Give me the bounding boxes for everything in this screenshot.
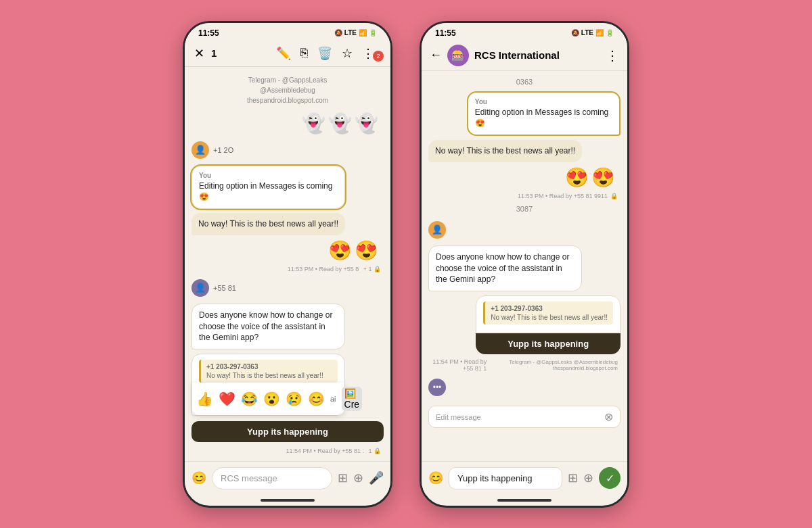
battery-icon-r: 🔋 xyxy=(606,29,614,37)
star-icon[interactable]: ☆ xyxy=(342,46,353,61)
read-status-2: 11:54 PM • Read by +55 81 1 Telegram - @… xyxy=(428,358,621,372)
edit-icon[interactable]: ✏️ xyxy=(276,46,291,61)
signal-icon-r: 🔕 xyxy=(571,29,579,37)
selection-count: 1 xyxy=(211,47,269,59)
rcs-title: RCS International xyxy=(474,49,600,61)
gemini-text-right: Does anyone know how to change or choose… xyxy=(436,251,574,285)
bubble-you-label-right: You xyxy=(475,98,612,105)
emoji-smile[interactable]: 😊 xyxy=(308,391,325,407)
edit-label: Edit message xyxy=(436,413,481,421)
wifi-icon-r: 📶 xyxy=(595,29,604,37)
edit-message-bar[interactable]: Edit message ⊗ xyxy=(428,406,621,428)
chat-content-left: Telegram - @GappsLeaks @Assembledebug th… xyxy=(185,67,390,461)
dark-bar-left: Yupp its happening xyxy=(191,421,384,442)
bubble-you-left[interactable]: You Editing option in Messages is coming… xyxy=(191,166,345,210)
group-avatar-5581: 👤 xyxy=(191,279,209,297)
emoji-create[interactable]: 🖼️ Cre xyxy=(342,387,363,411)
send-button[interactable]: ✓ xyxy=(599,467,621,489)
timestamp-2-left: 11:54 PM • Read by +55 81 : 1 🔒 xyxy=(191,448,384,454)
group-avatar-20: 👤 xyxy=(191,141,209,159)
input-bar-left: 😊 RCS message ⊞ ⊕ 🎤 xyxy=(185,461,390,495)
left-phone: 11:55 🔕 LTE 📶 🔋 ✕ 1 ✏️ ⎘ 🗑️ ☆ ⋮ 2 Telegr… xyxy=(183,21,392,508)
gemini-text-left: Does anyone know how to change or choose… xyxy=(199,310,338,343)
no-way-text: No way! This is the best news all year!! xyxy=(198,219,338,229)
group-label-3087: 👤 xyxy=(428,221,621,239)
more-menu-icon[interactable]: ⋮ xyxy=(606,47,619,64)
home-bar-right xyxy=(497,499,551,502)
bubble-you-text-left: Editing option in Messages is coming😍 xyxy=(199,181,338,203)
status-icons-left: 🔕 LTE 📶 🔋 xyxy=(334,29,377,37)
badge: 2 xyxy=(373,51,384,62)
copy-icon[interactable]: ⎘ xyxy=(300,46,308,61)
edit-close-button[interactable]: ⊗ xyxy=(604,410,613,423)
bubble-gemini-right: Does anyone know how to change or choose… xyxy=(428,245,582,291)
status-time-left: 11:55 xyxy=(198,28,219,38)
attach-icon[interactable]: ⊞ xyxy=(338,471,348,485)
wifi-icon: 📶 xyxy=(359,29,367,37)
num-label-363: 0363 xyxy=(428,76,621,87)
lte-label: LTE xyxy=(344,29,357,37)
attach-icon-r[interactable]: ⊞ xyxy=(568,471,578,485)
quote-right: +1 203-297-0363 No way! This is the best… xyxy=(483,302,613,325)
rcs-placeholder: RCS message xyxy=(221,473,277,483)
selection-toolbar: ✕ 1 ✏️ ⎘ 🗑️ ☆ ⋮ 2 xyxy=(185,41,390,67)
bubble-gemini-left: Does anyone know how to change or choose… xyxy=(191,304,345,350)
selection-icons: ✏️ ⎘ 🗑️ ☆ ⋮ xyxy=(276,46,374,61)
emoji-input-icon[interactable]: 😊 xyxy=(191,471,206,485)
bubble-no-way-right: No way! This is the best news all year!! xyxy=(428,140,582,162)
group-avatar-3087: 👤 xyxy=(428,221,446,239)
bubble-you-text-right: Editing option in Messages is coming😍 xyxy=(475,107,612,130)
emoji-sad[interactable]: 😢 xyxy=(286,391,302,407)
quote-number-left: +1 203-297-0363 No way! This is the best… xyxy=(199,360,338,383)
group-label-20: 👤 +1 2O xyxy=(191,141,384,159)
emoji-thumbs-up[interactable]: 👍 xyxy=(196,391,213,407)
timestamp-1-left: 11:53 PM • Read by +55 8 + 1 🔒 xyxy=(191,266,384,272)
emoji-wow[interactable]: 😮 xyxy=(263,391,280,407)
chat-content-right: 0363 You Editing option in Messages is c… xyxy=(422,71,627,461)
rcs-header: ← 🎰 RCS International ⋮ xyxy=(422,41,627,71)
delete-icon[interactable]: 🗑️ xyxy=(317,46,332,61)
emoji-heart[interactable]: ❤️ xyxy=(219,391,235,407)
ghost-emojis: 👻 👻 👻 xyxy=(191,112,384,135)
home-bar-left xyxy=(261,499,315,502)
status-time-right: 11:55 xyxy=(435,28,456,38)
lte-label-r: LTE xyxy=(581,29,593,37)
bubble-no-way-left: No way! This is the best news all year!! xyxy=(191,213,345,235)
reaction-emojis-left: 😍 😍 xyxy=(191,239,384,262)
rcs-avatar: 🎰 xyxy=(447,45,469,66)
back-icon[interactable]: ← xyxy=(430,48,442,62)
rcs-input-left[interactable]: RCS message xyxy=(212,467,332,489)
group-name-5581: +55 81 xyxy=(213,284,236,292)
edit-input-field[interactable]: Yupp its happening xyxy=(449,467,562,489)
emoji-ai-label[interactable]: ai xyxy=(330,395,336,403)
emoji-input-icon-r[interactable]: 😊 xyxy=(428,471,443,485)
input-bar-right: 😊 Yupp its happening ⊞ ⊕ ✓ xyxy=(422,461,627,495)
status-bar-left: 11:55 🔕 LTE 📶 🔋 xyxy=(185,23,390,41)
battery-icon: 🔋 xyxy=(369,29,377,37)
add-icon[interactable]: ⊕ xyxy=(353,471,363,485)
right-phone: 11:55 🔕 LTE 📶 🔋 ← 🎰 RCS International ⋮ … xyxy=(420,21,629,508)
audio-icon[interactable]: 🎤 xyxy=(369,471,384,485)
group-label-dots: ••• xyxy=(428,379,621,396)
group-label-5581: 👤 +55 81 xyxy=(191,279,384,297)
group-name-20: +1 2O xyxy=(213,146,233,154)
bubble-you-label-left: You xyxy=(199,172,338,179)
num-label-3087: 3087 xyxy=(428,203,621,214)
emoji-laugh[interactable]: 😂 xyxy=(241,391,258,407)
more-icon[interactable]: ⋮ xyxy=(362,46,374,61)
bubble-quoted-left: +1 203-297-0363 No way! This is the best… xyxy=(191,354,345,416)
signal-icon: 🔕 xyxy=(334,29,342,37)
dark-bar-right: Yupp its happening xyxy=(476,333,621,354)
watermark-left: Telegram - @GappsLeaks @Assembledebug th… xyxy=(191,72,384,108)
close-icon[interactable]: ✕ xyxy=(194,46,204,61)
status-icons-right: 🔕 LTE 📶 🔋 xyxy=(571,29,614,37)
read-status-1: 11:53 PM • Read by +55 81 9911 🔒 xyxy=(428,193,621,199)
emoji-reaction-bar[interactable]: 👍 ❤️ 😂 😮 😢 😊 ai 🖼️ Cre xyxy=(192,383,344,415)
add-icon-r[interactable]: ⊕ xyxy=(583,471,593,485)
bubble-yupp-right: +1 203-297-0363 No way! This is the best… xyxy=(476,295,621,354)
bubble-you-right: You Editing option in Messages is coming… xyxy=(467,91,621,137)
three-dots-avatar: ••• xyxy=(428,379,446,396)
heart-emojis-right: 😍 😍 xyxy=(428,166,621,189)
status-bar-right: 11:55 🔕 LTE 📶 🔋 xyxy=(422,23,627,41)
